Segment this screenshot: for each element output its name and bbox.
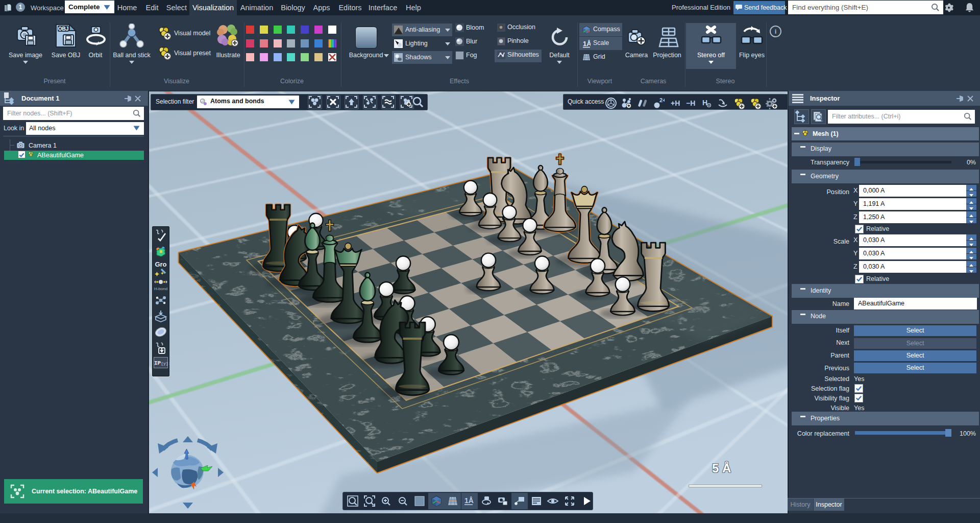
svg-text:1Å: 1Å bbox=[583, 40, 591, 47]
svg-text:H: H bbox=[702, 99, 707, 107]
svg-text:OBJ: OBJ bbox=[58, 26, 69, 32]
svg-text:+H: +H bbox=[671, 99, 680, 107]
svg-text:2+: 2+ bbox=[659, 97, 665, 103]
svg-text:1Å: 1Å bbox=[464, 496, 474, 505]
svg-text:H-bond: H-bond bbox=[154, 287, 167, 291]
svg-text:−H: −H bbox=[686, 99, 695, 107]
